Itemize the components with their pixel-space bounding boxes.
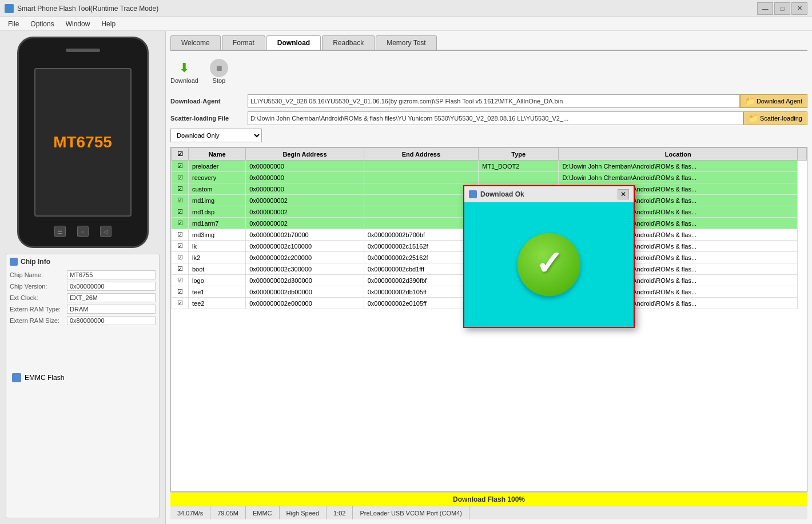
chip-ram-size-label: Extern RAM Size: bbox=[10, 317, 67, 324]
phone-back-btn: ◁ bbox=[100, 226, 112, 237]
row-check[interactable]: ☑ bbox=[172, 183, 189, 195]
left-panel: MT6755 ☰ ○ ◁ Chip Info Chip Name: MT6755… bbox=[0, 31, 166, 524]
mode-value: High Speed bbox=[286, 510, 320, 517]
row-name: logo bbox=[189, 275, 246, 286]
row-end bbox=[364, 206, 478, 218]
chip-clock-label: Ext Clock: bbox=[10, 294, 67, 301]
time-cell: 1:02 bbox=[327, 506, 353, 519]
row-begin: 0x00000000 bbox=[246, 161, 364, 172]
row-end: 0x000000002cbd1fff bbox=[364, 263, 478, 275]
minimize-button[interactable]: — bbox=[757, 2, 773, 15]
app-title: Smart Phone Flash Tool(Runtime Trace Mod… bbox=[17, 5, 757, 13]
table-header-row: ☑ Name Begin Address End Address Type Lo… bbox=[172, 148, 807, 161]
col-end: End Address bbox=[364, 148, 478, 161]
row-check[interactable]: ☑ bbox=[172, 206, 189, 218]
chip-scroll[interactable]: Chip Name: MT6755 Chip Version: 0x000000… bbox=[10, 270, 156, 367]
dialog-close-button[interactable]: ✕ bbox=[618, 189, 629, 199]
col-scroll bbox=[798, 148, 807, 161]
row-name: tee1 bbox=[189, 286, 246, 298]
chip-name-label: Chip Name: bbox=[10, 271, 67, 278]
tab-welcome[interactable]: Welcome bbox=[170, 35, 221, 50]
row-check[interactable]: ☑ bbox=[172, 298, 189, 309]
row-check[interactable]: ☑ bbox=[172, 172, 189, 183]
chip-ram-size-value: 0x80000000 bbox=[67, 316, 156, 325]
emmc-section: EMMC Flash bbox=[10, 371, 156, 385]
agent-label: Download-Agent bbox=[170, 98, 248, 105]
row-name: lk2 bbox=[189, 252, 246, 263]
row-check[interactable]: ☑ bbox=[172, 161, 189, 172]
chip-name-value: MT6755 bbox=[67, 270, 156, 279]
dialog-app-icon bbox=[469, 190, 477, 198]
row-check[interactable]: ☑ bbox=[172, 286, 189, 298]
agent-input[interactable]: LL\YU5530_V2_028.08.16\YU5530_V2_01.06.1… bbox=[248, 94, 740, 108]
row-check[interactable]: ☑ bbox=[172, 229, 189, 241]
size-cell: 79.05M bbox=[210, 506, 246, 519]
download-button[interactable]: ⬇ Download bbox=[170, 59, 198, 84]
bottom-info-bar: 34.07M/s 79.05M EMMC High Speed 1:02 Pre… bbox=[170, 506, 807, 519]
tab-format[interactable]: Format bbox=[222, 35, 265, 50]
type-value: EMMC bbox=[253, 510, 272, 517]
row-end: 0x000000002db105ff bbox=[364, 286, 478, 298]
row-begin: 0x000000002c200000 bbox=[246, 252, 364, 263]
row-check[interactable]: ☑ bbox=[172, 252, 189, 263]
size-value: 79.05M bbox=[217, 510, 238, 517]
row-name: boot bbox=[189, 263, 246, 275]
tabs-bar: Welcome Format Download Readback Memory … bbox=[170, 35, 807, 51]
phone-screen: MT6755 bbox=[34, 68, 132, 217]
row-begin: 0x000000002e000000 bbox=[246, 298, 364, 309]
speed-cell: 34.07M/s bbox=[170, 506, 210, 519]
menu-file[interactable]: File bbox=[2, 19, 25, 29]
col-name: Name bbox=[189, 148, 246, 161]
emmc-label: EMMC Flash bbox=[25, 374, 64, 382]
chip-row-ram-size: Extern RAM Size: 0x80000000 bbox=[10, 316, 156, 325]
menu-help[interactable]: Help bbox=[95, 19, 121, 29]
chip-ram-type-label: Extern RAM Type: bbox=[10, 306, 67, 313]
row-name: md1arm7 bbox=[189, 218, 246, 229]
chip-version-value: 0x00000000 bbox=[67, 282, 156, 291]
speed-value: 34.07M/s bbox=[177, 510, 203, 517]
phone-nav-btns: ☰ ○ ◁ bbox=[54, 226, 112, 237]
row-name: tee2 bbox=[189, 298, 246, 309]
phone-image: MT6755 ☰ ○ ◁ bbox=[17, 37, 149, 248]
success-circle: ✓ bbox=[518, 233, 580, 296]
row-check[interactable]: ☑ bbox=[172, 195, 189, 206]
close-button[interactable]: ✕ bbox=[791, 2, 807, 15]
download-agent-button[interactable]: 📁 Download Agent bbox=[740, 94, 807, 108]
stop-button[interactable]: ⏹ Stop bbox=[210, 59, 228, 84]
scatter-btn-label: Scatter-loading bbox=[760, 115, 802, 122]
download-ok-dialog: Download Ok ✕ ✓ bbox=[463, 185, 635, 328]
phone-home-btn: ○ bbox=[77, 226, 89, 237]
mode-cell: High Speed bbox=[280, 506, 327, 519]
chip-version-label: Chip Version: bbox=[10, 283, 67, 290]
stop-label: Stop bbox=[213, 77, 226, 84]
row-begin: 0x000000002 bbox=[246, 195, 364, 206]
row-end: 0x000000002c15162f bbox=[364, 241, 478, 252]
col-check[interactable]: ☑ bbox=[172, 148, 189, 161]
tab-readback[interactable]: Readback bbox=[322, 35, 375, 50]
download-label: Download bbox=[170, 77, 198, 84]
row-location: D:\Jowin John Chemban\Android\ROMs & fla… bbox=[559, 161, 798, 172]
row-name: recovery bbox=[189, 172, 246, 183]
agent-field-row: Download-Agent LL\YU5530_V2_028.08.16\YU… bbox=[170, 94, 807, 108]
row-name: lk bbox=[189, 241, 246, 252]
scatter-field-row: Scatter-loading File D:\Jowin John Chemb… bbox=[170, 111, 807, 125]
tab-memory-test[interactable]: Memory Test bbox=[376, 35, 436, 50]
menu-options[interactable]: Options bbox=[25, 19, 59, 29]
row-check[interactable]: ☑ bbox=[172, 263, 189, 275]
row-check[interactable]: ☑ bbox=[172, 218, 189, 229]
row-begin: 0x00000000 bbox=[246, 183, 364, 195]
row-check[interactable]: ☑ bbox=[172, 275, 189, 286]
dialog-title: Download Ok bbox=[480, 190, 618, 198]
tab-download[interactable]: Download bbox=[266, 35, 321, 50]
scatter-input[interactable]: D:\Jowin John Chemban\Android\ROMs & fla… bbox=[248, 111, 743, 125]
window-controls: — □ ✕ bbox=[757, 2, 807, 15]
menu-window[interactable]: Window bbox=[60, 19, 96, 29]
app-icon bbox=[5, 4, 14, 13]
dialog-body: ✓ bbox=[464, 202, 634, 327]
maximize-button[interactable]: □ bbox=[774, 2, 790, 15]
scatter-loading-button[interactable]: 📁 Scatter-loading bbox=[743, 111, 807, 125]
toolbar: ⬇ Download ⏹ Stop bbox=[170, 55, 807, 87]
row-check[interactable]: ☑ bbox=[172, 241, 189, 252]
mode-dropdown[interactable]: Download Only Firmware Upgrade Format Al… bbox=[170, 129, 262, 142]
col-location: Location bbox=[559, 148, 798, 161]
